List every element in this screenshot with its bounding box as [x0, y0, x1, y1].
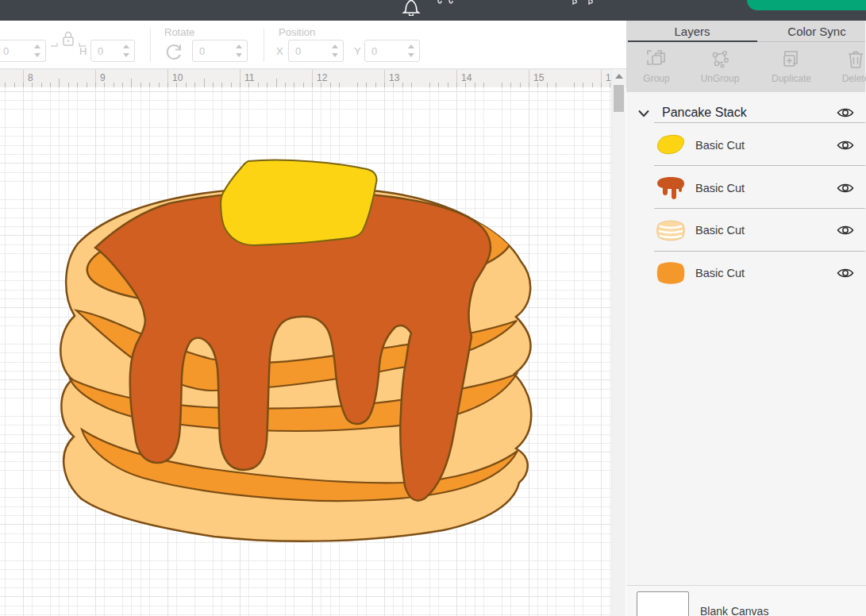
tab-color-sync[interactable]: Color Sync [757, 25, 866, 42]
layer-visibility-eye-icon[interactable] [837, 182, 854, 194]
ruler-number: 9 [100, 72, 106, 83]
x-stepper[interactable] [332, 44, 339, 57]
scroll-up-arrow-icon[interactable] [615, 74, 623, 79]
blank-canvas-label: Blank Canvas [700, 605, 768, 616]
duplicate-icon [781, 49, 802, 70]
blank-canvas-swatch[interactable] [637, 591, 689, 616]
ungroup-icon [710, 49, 730, 70]
edit-toolbar: 0 H 0 Rotate 0 Position X 0 [0, 21, 627, 69]
chevron-down-icon[interactable] [637, 109, 650, 118]
layer-row-butter[interactable]: Basic Cut [626, 124, 865, 167]
height-stepper[interactable] [123, 44, 130, 57]
layer-row-pancake[interactable]: Basic Cut [626, 252, 865, 295]
bell-icon[interactable] [401, 0, 421, 16]
delete-icon [845, 49, 866, 70]
group-icon [646, 49, 667, 70]
ruler-number: 12 [317, 72, 327, 83]
rotate-icon[interactable] [164, 41, 184, 62]
height-label: H [79, 45, 87, 57]
layer-visibility-eye-icon[interactable] [837, 139, 854, 152]
group-visibility-eye-icon[interactable] [837, 106, 854, 119]
y-stepper[interactable] [408, 44, 415, 57]
ruler-number: 8 [28, 72, 33, 83]
horizontal-ruler: 8 9 10 11 12 13 14 15 16 [0, 69, 627, 87]
app-root: 0 H 0 Rotate 0 Position X 0 [0, 0, 866, 616]
layer-row-pancake-lines[interactable]: Basic Cut [626, 209, 865, 252]
width-input[interactable]: 0 [0, 40, 46, 62]
ruler-number: 11 [244, 72, 254, 83]
clipped-header-text [437, 0, 611, 6]
rotate-label: Rotate [164, 26, 194, 38]
layer-label: Basic Cut [695, 224, 745, 237]
make-it-button[interactable] [747, 0, 866, 10]
ruler-number: 14 [461, 72, 471, 83]
y-input[interactable]: 0 [364, 40, 420, 62]
butter-shape[interactable] [221, 160, 376, 245]
x-label: X [276, 45, 283, 57]
x-input[interactable]: 0 [288, 40, 344, 62]
height-input[interactable]: 0 [90, 40, 135, 62]
delete-button[interactable]: Delete [827, 49, 866, 95]
layers-panel: Layers Color Sync Group [626, 21, 866, 616]
active-tab-underline [628, 40, 757, 42]
y-label: Y [354, 45, 361, 57]
layer-visibility-eye-icon[interactable] [837, 224, 854, 237]
pancake-layer-thumbnail [655, 260, 687, 286]
ruler-number: 13 [389, 72, 399, 83]
tab-underline [757, 41, 865, 42]
layer-label: Basic Cut [695, 182, 745, 194]
syrup-layer-thumbnail [655, 175, 687, 201]
panel-header: Layers Color Sync Group [626, 21, 865, 92]
layer-label: Basic Cut [695, 139, 745, 152]
top-app-bar [0, 0, 866, 21]
layer-row-syrup[interactable]: Basic Cut [626, 167, 865, 210]
ruler-number: 10 [172, 72, 183, 83]
layer-visibility-eye-icon[interactable] [837, 267, 854, 279]
pancake-stack-artwork[interactable] [0, 87, 611, 616]
duplicate-button[interactable]: Duplicate [763, 49, 820, 95]
tab-layers[interactable]: Layers [633, 25, 752, 42]
ungroup-button[interactable]: UnGroup [691, 49, 749, 95]
panel-footer: Blank Canvas [626, 585, 866, 616]
ruler-number: 15 [533, 72, 544, 83]
butter-layer-thumbnail [655, 133, 687, 157]
rotate-stepper[interactable] [236, 44, 243, 57]
scrollbar-thumb[interactable] [614, 85, 624, 112]
canvas-vertical-scrollbar[interactable] [611, 69, 625, 616]
position-label: Position [279, 26, 315, 38]
pancake-lines-layer-thumbnail [655, 218, 687, 242]
group-button[interactable]: Group [628, 49, 685, 95]
width-stepper[interactable] [34, 44, 41, 57]
layer-label: Basic Cut [695, 267, 745, 279]
rotate-input[interactable]: 0 [192, 40, 248, 62]
group-name: Pancake Stack [662, 106, 747, 120]
